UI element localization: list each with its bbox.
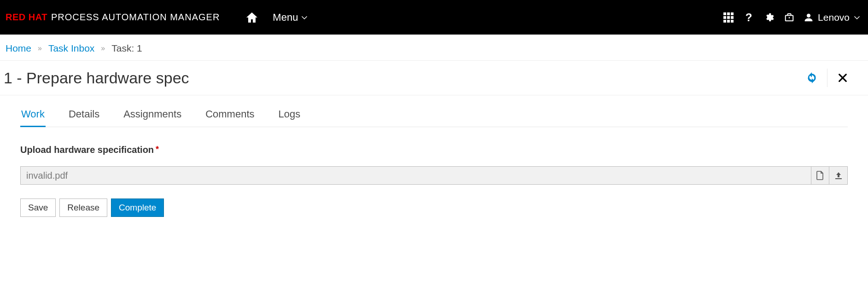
form-actions: Save Release Complete — [20, 198, 848, 217]
file-icon — [816, 171, 824, 180]
refresh-button[interactable] — [801, 67, 822, 88]
svg-rect-5 — [731, 16, 734, 19]
settings-button[interactable] — [759, 7, 779, 28]
choose-file-button[interactable] — [811, 166, 829, 185]
svg-rect-4 — [727, 16, 730, 19]
grid-icon — [723, 12, 734, 23]
required-indicator: * — [156, 145, 159, 154]
chevron-down-icon — [854, 16, 860, 19]
refresh-icon — [806, 72, 818, 84]
breadcrumb: Home » Task Inbox » Task: 1 — [0, 35, 868, 61]
briefcase-icon — [784, 12, 794, 23]
svg-rect-6 — [723, 20, 726, 23]
user-icon — [804, 13, 813, 22]
brand-product-name: PROCESS AUTOMATION MANAGER — [51, 12, 220, 23]
work-form: Upload hardware specification* Save Rele… — [20, 127, 848, 217]
tab-assignments[interactable]: Assignments — [122, 105, 182, 127]
menu-dropdown[interactable]: Menu — [273, 12, 307, 23]
svg-rect-3 — [723, 16, 726, 19]
home-button[interactable] — [243, 8, 261, 27]
upload-filename-input[interactable] — [20, 166, 811, 185]
svg-rect-7 — [727, 20, 730, 23]
svg-rect-8 — [731, 20, 734, 23]
gear-icon — [764, 12, 774, 23]
svg-rect-2 — [731, 12, 734, 15]
admin-button[interactable] — [779, 7, 799, 28]
close-icon — [838, 73, 848, 83]
product-brand: RED HAT PROCESS AUTOMATION MANAGER — [5, 12, 220, 23]
help-button[interactable]: ? — [739, 7, 759, 28]
question-icon: ? — [746, 11, 752, 24]
top-navbar: RED HAT PROCESS AUTOMATION MANAGER Menu … — [0, 0, 868, 35]
close-button[interactable] — [832, 67, 853, 88]
home-icon — [246, 12, 257, 23]
save-button[interactable]: Save — [20, 198, 56, 217]
upload-label: Upload hardware specification — [20, 145, 154, 155]
upload-file-button[interactable] — [829, 166, 848, 185]
tab-comments[interactable]: Comments — [204, 105, 255, 127]
page-title-bar: 1 - Prepare hardware spec — [0, 61, 868, 95]
breadcrumb-separator: » — [38, 44, 42, 53]
user-menu[interactable]: Lenovo — [804, 12, 860, 23]
tab-logs[interactable]: Logs — [278, 105, 302, 127]
breadcrumb-current: Task: 1 — [111, 43, 142, 54]
complete-button[interactable]: Complete — [111, 198, 164, 217]
title-divider — [827, 69, 827, 87]
tab-details[interactable]: Details — [68, 105, 100, 127]
tab-work[interactable]: Work — [20, 105, 46, 127]
upload-input-group — [20, 166, 848, 185]
upload-icon — [834, 171, 843, 180]
upload-field-label-row: Upload hardware specification* — [20, 145, 848, 155]
chevron-down-icon — [302, 16, 307, 19]
breadcrumb-home[interactable]: Home — [6, 43, 31, 54]
svg-rect-12 — [835, 178, 842, 179]
menu-label: Menu — [273, 12, 298, 23]
user-name: Lenovo — [818, 12, 850, 23]
breadcrumb-separator: » — [101, 44, 105, 53]
svg-rect-0 — [723, 12, 726, 15]
breadcrumb-task-inbox[interactable]: Task Inbox — [48, 43, 94, 54]
release-button[interactable]: Release — [59, 198, 107, 217]
svg-rect-1 — [727, 12, 730, 15]
page-title: 1 - Prepare hardware spec — [4, 69, 801, 87]
task-tabs: Work Details Assignments Comments Logs — [20, 105, 848, 127]
brand-red-hat: RED HAT — [6, 12, 47, 23]
apps-grid-button[interactable] — [718, 7, 739, 28]
task-content: Work Details Assignments Comments Logs U… — [0, 95, 868, 217]
